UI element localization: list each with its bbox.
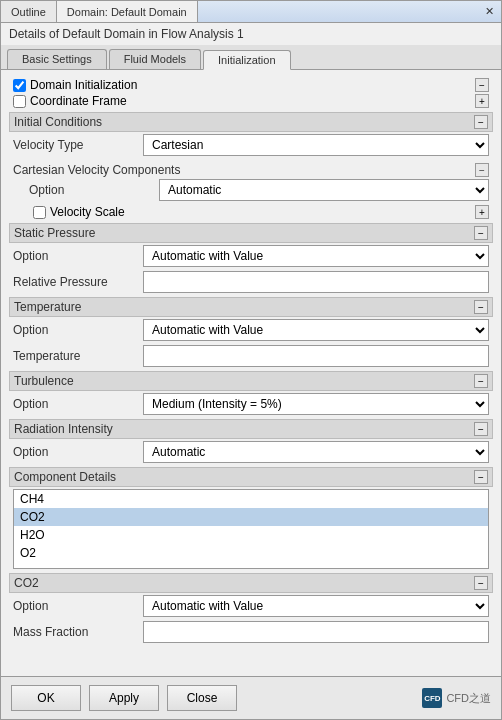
co2-option-select[interactable]: Automatic with Value — [143, 595, 489, 617]
cartesian-velocity-header: Cartesian Velocity Components − — [9, 160, 493, 179]
initial-conditions-header: Initial Conditions − — [9, 112, 493, 132]
close-button[interactable]: ✕ — [481, 1, 501, 22]
coord-frame-checkbox[interactable] — [13, 95, 26, 108]
turbulence-header: Turbulence − — [9, 371, 493, 391]
close-dialog-button[interactable]: Close — [167, 685, 237, 711]
static-pressure-collapse-btn[interactable]: − — [474, 226, 488, 240]
temperature-option-select[interactable]: Automatic with Value — [143, 319, 489, 341]
static-pressure-option-select[interactable]: Automatic with Value — [143, 245, 489, 267]
radiation-intensity-header: Radiation Intensity − — [9, 419, 493, 439]
list-item-co2[interactable]: CO2 — [14, 508, 488, 526]
velocity-scale-expand-btn[interactable]: + — [475, 205, 489, 219]
ok-button[interactable]: OK — [11, 685, 81, 711]
brand-area: CFD CFD之道 — [422, 688, 491, 708]
velocity-scale-label[interactable]: Velocity Scale — [33, 205, 125, 219]
radiation-option-select[interactable]: Automatic — [143, 441, 489, 463]
velocity-scale-row: Velocity Scale + — [13, 205, 489, 219]
co2-option-row: Option Automatic with Value — [9, 595, 493, 617]
title-bar: Outline Domain: Default Domain ✕ — [1, 1, 501, 23]
velocity-option-select[interactable]: Automatic — [159, 179, 489, 201]
temperature-collapse-btn[interactable]: − — [474, 300, 488, 314]
coord-frame-row: Coordinate Frame + — [13, 94, 489, 108]
brand-logo: CFD — [422, 688, 442, 708]
relative-pressure-row: Relative Pressure 0 [Pa] — [9, 271, 493, 293]
turbulence-option-select[interactable]: Medium (Intensity = 5%) — [143, 393, 489, 415]
co2-collapse-btn[interactable]: − — [474, 576, 488, 590]
temperature-value-row: Temperature 1300 [K] — [9, 345, 493, 367]
turbulence-option-row: Option Medium (Intensity = 5%) — [9, 393, 493, 415]
tab-outline[interactable]: Outline — [1, 1, 57, 22]
initial-conditions-collapse-btn[interactable]: − — [474, 115, 488, 129]
cartesian-velocity-collapse-btn[interactable]: − — [475, 163, 489, 177]
domain-init-checkbox-label[interactable]: Domain Initialization — [13, 78, 137, 92]
radiation-option-row: Option Automatic — [9, 441, 493, 463]
footer: OK Apply Close CFD CFD之道 — [1, 676, 501, 719]
velocity-type-select[interactable]: Cartesian — [143, 134, 489, 156]
coord-frame-expand-btn[interactable]: + — [475, 94, 489, 108]
temperature-option-row: Option Automatic with Value — [9, 319, 493, 341]
tab-domain[interactable]: Domain: Default Domain — [57, 1, 198, 22]
turbulence-collapse-btn[interactable]: − — [474, 374, 488, 388]
apply-button[interactable]: Apply — [89, 685, 159, 711]
co2-header: CO2 − — [9, 573, 493, 593]
list-item-o2[interactable]: O2 — [14, 544, 488, 562]
radiation-collapse-btn[interactable]: − — [474, 422, 488, 436]
mass-fraction-row: Mass Fraction 0.01 — [9, 621, 493, 643]
content-area: Domain Initialization − Coordinate Frame… — [1, 70, 501, 676]
coord-frame-checkbox-label[interactable]: Coordinate Frame — [13, 94, 127, 108]
mass-fraction-input[interactable]: 0.01 — [143, 621, 489, 643]
list-item-ch4[interactable]: CH4 — [14, 490, 488, 508]
component-details-header: Component Details − — [9, 467, 493, 487]
temperature-input[interactable]: 1300 [K] — [143, 345, 489, 367]
velocity-option-row: Option Automatic — [9, 179, 493, 201]
main-tabs: Basic Settings Fluid Models Initializati… — [1, 45, 501, 70]
domain-init-checkbox[interactable] — [13, 79, 26, 92]
component-list[interactable]: CH4 CO2 H2O O2 — [13, 489, 489, 569]
velocity-scale-checkbox[interactable] — [33, 206, 46, 219]
velocity-type-row: Velocity Type Cartesian — [9, 134, 493, 156]
static-pressure-header: Static Pressure − — [9, 223, 493, 243]
list-item-h2o[interactable]: H2O — [14, 526, 488, 544]
tab-initialization[interactable]: Initialization — [203, 50, 290, 70]
tab-basic-settings[interactable]: Basic Settings — [7, 49, 107, 69]
component-details-collapse-btn[interactable]: − — [474, 470, 488, 484]
temperature-header: Temperature − — [9, 297, 493, 317]
main-window: Outline Domain: Default Domain ✕ Details… — [0, 0, 502, 720]
domain-init-row: Domain Initialization − — [13, 78, 489, 92]
domain-init-collapse-btn[interactable]: − — [475, 78, 489, 92]
details-header: Details of Default Domain in Flow Analys… — [1, 23, 501, 45]
relative-pressure-input[interactable]: 0 [Pa] — [143, 271, 489, 293]
static-pressure-option-row: Option Automatic with Value — [9, 245, 493, 267]
tab-fluid-models[interactable]: Fluid Models — [109, 49, 201, 69]
